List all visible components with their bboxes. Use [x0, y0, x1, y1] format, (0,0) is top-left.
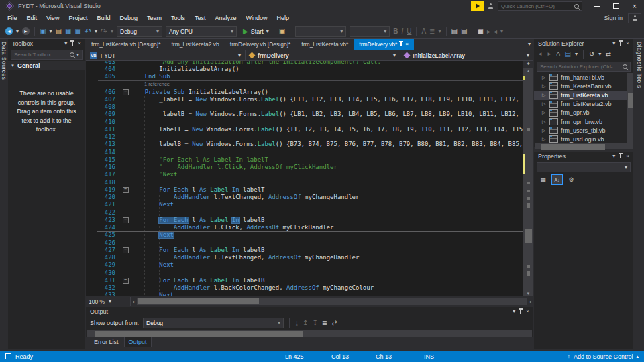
code-line[interactable]: 424 AddHandler l.Click, AddressOf myClic…	[86, 224, 533, 231]
code-line[interactable]: 405 End Sub	[86, 73, 533, 80]
word-wrap-icon[interactable]: ⇄	[331, 320, 337, 326]
scrollbar-thumb[interactable]	[95, 331, 303, 337]
window-position-icon[interactable]: ▾	[612, 41, 615, 46]
project-dropdown[interactable]: VB FYDT ▾	[86, 50, 246, 60]
code-line[interactable]: 418	[86, 179, 533, 186]
new-project-icon[interactable]: ▣	[40, 28, 46, 35]
quick-launch-input[interactable]	[501, 3, 574, 9]
scrollbar-thumb[interactable]	[541, 144, 605, 150]
output-horizontal-scrollbar[interactable]	[87, 330, 532, 337]
member-dropdown[interactable]: InitializeLabelArray ▾	[400, 50, 533, 60]
code-line[interactable]: 403 'Add any initialization after the In…	[86, 61, 533, 66]
close-icon[interactable]: ×	[626, 41, 629, 46]
feedback-icon[interactable]	[488, 0, 494, 12]
expand-icon[interactable]: ▷	[542, 137, 547, 142]
code-line[interactable]: 409 _labelB = New Windows.Forms.Label() …	[86, 111, 533, 118]
dropdown-icon[interactable]: ▾	[76, 52, 79, 58]
code-line[interactable]: 408	[86, 103, 533, 111]
dropdown-icon[interactable]: ▾	[16, 29, 19, 34]
tree-horizontal-scrollbar[interactable]	[535, 143, 633, 149]
platform-select[interactable]: Any CPU▾	[166, 26, 237, 37]
tree-item[interactable]: ▷frm_opr_brw.vb	[534, 117, 633, 126]
save-all-icon[interactable]: ▦	[74, 28, 80, 35]
configuration-select[interactable]: Debug▾	[117, 26, 162, 37]
diagnostic-tools-tab[interactable]: Diagnostic Tools	[636, 42, 643, 88]
expand-icon[interactable]: ▷	[542, 128, 547, 133]
menu-debug[interactable]: Debug	[115, 15, 142, 21]
code-line[interactable]: 427− For Each l As Label In labelB	[86, 247, 533, 254]
dropdown-icon[interactable]: ▾	[95, 29, 97, 34]
overflow-icon[interactable]: ▾	[500, 29, 503, 34]
property-pages-icon[interactable]: ⚙	[566, 175, 576, 184]
editor-horizontal-scrollbar[interactable]	[137, 298, 527, 305]
close-icon[interactable]: ×	[626, 154, 629, 159]
minimize-button[interactable]	[588, 1, 606, 11]
menu-help[interactable]: Help	[272, 15, 294, 21]
type-dropdown[interactable]: frmDelivery ▾	[246, 50, 400, 60]
pin-icon[interactable]	[620, 154, 621, 158]
comment-icon[interactable]: ▤	[451, 28, 458, 35]
expand-icon[interactable]: ▷	[542, 75, 547, 80]
expand-icon[interactable]: ▷	[542, 101, 547, 107]
document-tab[interactable]: frm_ListKereta.vb [Design]*	[86, 39, 166, 50]
tree-item[interactable]: ▷frm_opr.vb	[534, 109, 633, 117]
close-button[interactable]: ×	[625, 1, 644, 11]
tree-vertical-scrollbar[interactable]	[627, 73, 633, 143]
code-line[interactable]: 419− For Each l As Label In labelT	[86, 186, 533, 194]
toolbox-section-general[interactable]: ▼ General	[8, 61, 85, 70]
navigate-forward-icon[interactable]: ►	[22, 27, 30, 35]
menu-project[interactable]: Project	[64, 15, 92, 21]
scroll-left-icon[interactable]: ◂	[131, 299, 136, 304]
sign-in[interactable]: Sign in	[604, 13, 644, 23]
data-sources-tab[interactable]: Data Sources	[1, 42, 7, 80]
home-icon[interactable]: ⌂	[556, 50, 561, 58]
expand-icon[interactable]: ▷	[542, 84, 547, 89]
toolbox-search[interactable]: ▾	[11, 50, 83, 60]
menu-window[interactable]: Window	[241, 15, 272, 21]
code-line[interactable]: 422	[86, 209, 533, 217]
code-line[interactable]: 414	[86, 149, 533, 156]
code-line[interactable]: 429 Next	[86, 261, 533, 269]
expand-icon[interactable]: ▷	[542, 93, 547, 98]
window-position-icon[interactable]: ▾	[612, 154, 615, 159]
undo-icon[interactable]: ↶	[85, 27, 91, 36]
code-line[interactable]: 425 Next	[86, 231, 533, 239]
quick-launch-box[interactable]	[498, 1, 582, 11]
clear-all-icon[interactable]: ≣	[322, 320, 327, 326]
fold-collapse-icon[interactable]: −	[123, 217, 129, 223]
pin-icon[interactable]	[620, 42, 621, 46]
menu-team[interactable]: Team	[142, 15, 166, 21]
window-position-icon[interactable]: ▾	[513, 309, 515, 314]
code-line[interactable]: 410	[86, 119, 533, 126]
pin-icon[interactable]	[72, 42, 73, 46]
tree-item[interactable]: ▷frm_ListKereta.vb	[534, 90, 633, 99]
scrollbar-thumb[interactable]	[628, 93, 633, 108]
bookmark-next-icon[interactable]: ▸	[487, 28, 490, 35]
window-position-icon[interactable]: ▾	[64, 41, 67, 46]
output-source-select[interactable]: Debug▾	[143, 318, 284, 328]
restore-button[interactable]	[606, 1, 625, 11]
redo-icon[interactable]: ↷	[101, 27, 107, 36]
code-line[interactable]: 417 'Next	[86, 171, 533, 178]
tool-tab-output[interactable]: Output	[124, 337, 152, 347]
zoom-select[interactable]: 100 % ▾	[86, 297, 131, 306]
categorized-icon[interactable]: ▦	[538, 175, 548, 184]
properties-header[interactable]: Properties ▾ ×	[534, 152, 633, 161]
code-line[interactable]: 404 InitializeLabelArray()	[86, 66, 533, 73]
code-line[interactable]: 433 Next	[86, 292, 533, 296]
expand-icon[interactable]: ▷	[542, 110, 547, 115]
document-tab[interactable]: frm_ListKereta.vb*	[296, 39, 354, 50]
solution-search-input[interactable]	[540, 64, 621, 70]
navigate-back-icon[interactable]: ◄	[5, 27, 13, 35]
close-icon[interactable]: ×	[526, 309, 529, 314]
sync-with-active-document-icon[interactable]: ⇄	[605, 51, 610, 58]
code-line[interactable]: 420 AddHandler l.TextChanged, AddressOf …	[86, 194, 533, 201]
dropdown-icon[interactable]: ▾	[49, 29, 52, 34]
account-icon[interactable]	[628, 13, 641, 23]
code-line[interactable]: 415 'For Each l As Label In labelT	[86, 156, 533, 164]
code-line[interactable]: 421 Next	[86, 201, 533, 208]
code-line[interactable]: 412	[86, 133, 533, 141]
codelens-references[interactable]: 1 reference	[144, 80, 170, 88]
fold-collapse-icon[interactable]: −	[123, 187, 129, 193]
code-line[interactable]: 430	[86, 269, 533, 277]
